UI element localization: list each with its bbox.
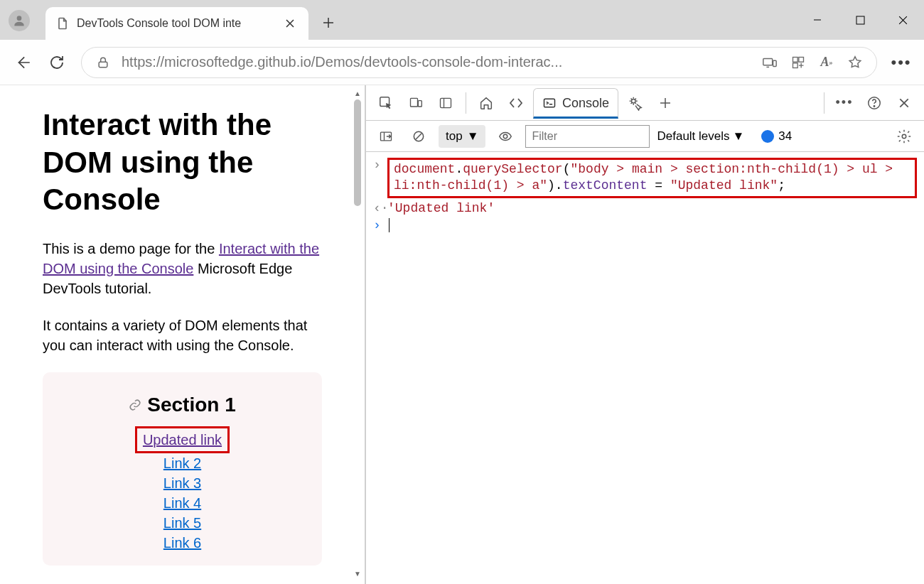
svg-rect-11 — [441, 98, 451, 107]
browser-tab[interactable]: DevTools Console tool DOM inte — [45, 7, 308, 40]
svg-rect-7 — [793, 63, 798, 67]
svg-rect-4 — [773, 60, 777, 66]
svg-rect-6 — [799, 57, 804, 62]
section-link-1[interactable]: Updated link — [143, 432, 222, 448]
console-result: 'Updated link' — [387, 201, 495, 215]
elements-tab[interactable] — [503, 90, 529, 116]
clear-console-button[interactable] — [406, 124, 431, 149]
chevron-down-icon: ▼ — [733, 129, 745, 144]
more-button[interactable]: ••• — [891, 53, 911, 72]
toggle-sidebar-button[interactable] — [373, 124, 399, 149]
sources-tab[interactable] — [623, 90, 648, 116]
svg-rect-12 — [544, 99, 555, 107]
scroll-thumb[interactable] — [354, 99, 361, 206]
section-link-4[interactable]: Link 4 — [163, 495, 201, 511]
tab-close-button[interactable] — [281, 15, 299, 32]
new-tab-button[interactable] — [314, 9, 343, 37]
console-output-row: ‹· 'Updated link' — [373, 200, 917, 217]
section-card: Section 1 Updated link Link 2 Link 3 Lin… — [43, 372, 322, 566]
prompt-chevron-icon: › — [373, 218, 382, 232]
svg-rect-9 — [411, 98, 418, 107]
svg-point-19 — [902, 134, 906, 139]
collections-icon[interactable] — [788, 53, 808, 72]
live-expression-button[interactable] — [493, 124, 518, 149]
section-link-5[interactable]: Link 5 — [163, 515, 201, 531]
text-cursor — [389, 218, 390, 232]
window-minimize-button[interactable] — [796, 0, 839, 40]
chevron-down-icon: ▼ — [467, 129, 479, 144]
console-tab[interactable]: Console — [533, 88, 618, 119]
favorite-icon[interactable] — [845, 53, 865, 72]
input-chevron-icon: › — [373, 158, 382, 172]
welcome-tab[interactable] — [473, 90, 499, 116]
lock-icon — [93, 53, 113, 72]
description-paragraph: It contains a variety of DOM elements th… — [43, 315, 322, 355]
svg-rect-2 — [99, 62, 107, 67]
more-tabs-button[interactable] — [652, 90, 678, 116]
profile-avatar[interactable] — [9, 10, 30, 31]
window-close-button[interactable] — [881, 0, 924, 40]
link-icon — [129, 399, 141, 411]
svg-rect-5 — [793, 57, 798, 62]
info-dot-icon — [761, 130, 774, 143]
console-command: document.querySelector("body > main > se… — [387, 158, 917, 198]
svg-point-13 — [632, 99, 636, 103]
inspect-element-button[interactable] — [373, 90, 399, 116]
context-selector[interactable]: top ▼ — [439, 125, 485, 148]
device-icon[interactable] — [760, 53, 780, 72]
svg-point-0 — [17, 16, 22, 21]
devtools-help-button[interactable] — [861, 90, 887, 116]
back-button[interactable] — [13, 53, 33, 72]
intro-paragraph: This is a demo page for the Interact wit… — [43, 239, 322, 298]
message-count[interactable]: 34 — [761, 129, 792, 144]
scroll-down-icon[interactable]: ▼ — [352, 570, 363, 580]
refresh-button[interactable] — [47, 53, 67, 72]
output-chevron-icon: ‹· — [373, 201, 382, 215]
devtools-more-button[interactable]: ••• — [832, 90, 857, 116]
console-input-row: › document.querySelector("body > main > … — [373, 156, 917, 200]
log-levels-selector[interactable]: Default levels ▼ — [657, 129, 744, 144]
scroll-up-icon[interactable]: ▲ — [352, 90, 363, 99]
svg-point-18 — [504, 134, 508, 139]
svg-rect-10 — [418, 100, 421, 106]
devtools-close-button[interactable] — [891, 90, 917, 116]
svg-rect-1 — [856, 16, 864, 24]
console-prompt[interactable]: › — [373, 217, 917, 234]
read-aloud-icon[interactable]: A» — [817, 53, 837, 72]
section-heading: Section 1 — [129, 394, 235, 416]
section-link-3[interactable]: Link 3 — [163, 475, 201, 491]
page-scrollbar[interactable]: ▲ ▼ — [352, 90, 363, 580]
svg-point-15 — [874, 105, 874, 106]
address-bar[interactable]: https://microsoftedge.github.io/Demos/de… — [81, 47, 877, 78]
tab-title: DevTools Console tool DOM inte — [77, 17, 274, 30]
svg-rect-3 — [763, 58, 773, 65]
device-emulation-button[interactable] — [403, 90, 429, 116]
url-text: https://microsoftedge.github.io/Demos/de… — [122, 54, 751, 70]
dock-side-button[interactable] — [433, 90, 458, 116]
section-link-2[interactable]: Link 2 — [163, 455, 201, 471]
page-heading: Interact with the DOM using the Console — [43, 107, 322, 219]
page-icon — [55, 16, 70, 31]
console-filter-input[interactable] — [525, 125, 650, 148]
console-settings-button[interactable] — [891, 124, 917, 149]
section-link-6[interactable]: Link 6 — [163, 535, 201, 551]
window-maximize-button[interactable] — [839, 0, 881, 40]
